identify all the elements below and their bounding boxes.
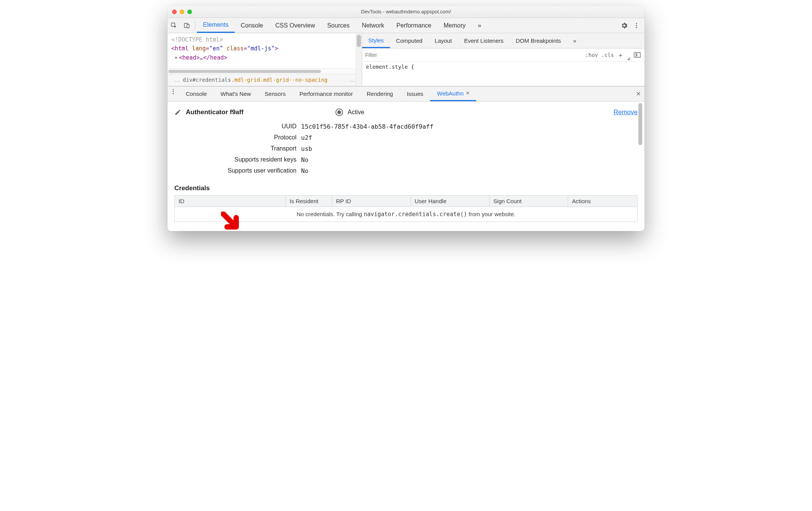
tab-memory[interactable]: Memory: [437, 18, 472, 33]
subtab-label: Styles: [368, 37, 384, 44]
styles-filter-input[interactable]: [362, 50, 582, 60]
cls-toggle[interactable]: .cls: [601, 52, 614, 58]
authenticator-details: UUID 15c01f56-785f-43b4-ab58-4facd60f9af…: [179, 123, 638, 175]
toggle-sidebar-icon[interactable]: [633, 52, 641, 58]
breadcrumb-path[interactable]: div#credentials.mdl-grid.mdl-grid--no-sp…: [183, 77, 327, 83]
window-minimize-button[interactable]: [180, 10, 184, 14]
expand-triangle-icon[interactable]: ▸: [175, 53, 178, 62]
dom-tree[interactable]: <!DOCTYPE html> <html lang="en" class="m…: [168, 33, 362, 68]
svg-point-3: [636, 23, 637, 24]
drawer-tab-whats-new[interactable]: What's New: [214, 87, 258, 101]
kv-key-resident: Supports resident keys: [179, 156, 301, 163]
credentials-table: ID Is Resident RP ID User Handle Sign Co…: [174, 195, 638, 222]
tabs-overflow[interactable]: »: [472, 18, 487, 33]
tab-label: What's New: [221, 91, 251, 97]
tab-label: Console: [186, 91, 207, 97]
tab-label: Performance monitor: [300, 91, 353, 97]
drawer-tab-rendering[interactable]: Rendering: [360, 87, 400, 101]
styles-filter-row: :hov .cls ＋ ◢: [362, 49, 644, 61]
tab-label: Issues: [407, 91, 423, 97]
svg-rect-6: [634, 53, 641, 57]
tab-label: Rendering: [367, 91, 393, 97]
empty-state: No credentials. Try calling navigator.cr…: [175, 207, 638, 222]
drawer-tab-perfmon[interactable]: Performance monitor: [293, 87, 360, 101]
tab-console[interactable]: Console: [235, 18, 269, 33]
dom-tree-pane: <!DOCTYPE html> <html lang="en" class="m…: [168, 33, 362, 86]
elements-panel: <!DOCTYPE html> <html lang="en" class="m…: [168, 33, 644, 86]
kv-val-uuid: 15c01f56-785f-43b4-ab58-4facd60f9aff: [301, 123, 638, 130]
subtab-label: DOM Breakpoints: [516, 37, 561, 44]
svg-point-4: [636, 25, 637, 26]
styles-subtabs: Styles Computed Layout Event Listeners D…: [362, 33, 644, 49]
window-title: DevTools - webauthndemo.appspot.com/: [168, 9, 644, 15]
drawer-more-icon[interactable]: [168, 87, 179, 97]
element-style-rule[interactable]: element.style {: [362, 61, 644, 72]
svg-rect-2: [187, 24, 189, 28]
kv-val-uv: No: [301, 167, 638, 175]
svg-point-8: [173, 89, 174, 90]
active-label: Active: [348, 109, 364, 116]
tab-css-overview[interactable]: CSS Overview: [269, 18, 321, 33]
tab-performance[interactable]: Performance: [390, 18, 438, 33]
tab-sources[interactable]: Sources: [321, 18, 356, 33]
authenticator-name: Authenticator f9aff: [186, 108, 331, 116]
horizontal-scrollbar[interactable]: [168, 68, 362, 74]
more-menu-icon[interactable]: [632, 21, 641, 31]
kv-key-uuid: UUID: [179, 123, 301, 130]
hov-toggle[interactable]: :hov: [585, 52, 598, 58]
drawer-close-icon[interactable]: ×: [636, 87, 641, 101]
window-close-button[interactable]: [172, 10, 177, 14]
svg-point-5: [636, 27, 637, 28]
new-style-rule-icon[interactable]: ＋: [617, 50, 624, 60]
drawer-tab-issues[interactable]: Issues: [400, 87, 430, 101]
edit-pencil-icon[interactable]: [174, 109, 181, 116]
subtab-dom-breakpoints[interactable]: DOM Breakpoints: [510, 33, 567, 48]
dom-html-open: <html lang="en" class="mdl-js">: [171, 45, 278, 52]
svg-point-9: [173, 91, 174, 92]
drawer-tabs: Console What's New Sensors Performance m…: [168, 86, 644, 102]
col-id[interactable]: ID: [175, 195, 286, 207]
vertical-scrollbar[interactable]: [356, 33, 362, 86]
drawer-tab-sensors[interactable]: Sensors: [258, 87, 293, 101]
devtools-toolbar: Elements Console CSS Overview Sources Ne…: [168, 18, 644, 33]
inspect-element-icon[interactable]: [168, 18, 180, 33]
active-radio[interactable]: [335, 108, 343, 116]
kv-key-uv: Supports user verification: [179, 167, 301, 175]
col-actions[interactable]: Actions: [568, 195, 638, 207]
dom-doctype: <!DOCTYPE html>: [171, 36, 223, 43]
drawer-tab-webauthn[interactable]: WebAuthn ×: [430, 87, 476, 101]
tab-label: Sensors: [265, 91, 286, 97]
subtab-layout[interactable]: Layout: [429, 33, 458, 48]
breadcrumb-overflow-left[interactable]: …: [171, 77, 183, 83]
settings-gear-icon[interactable]: [619, 21, 629, 31]
remove-link[interactable]: Remove: [614, 108, 638, 116]
devtools-window: DevTools - webauthndemo.appspot.com/ Ele…: [168, 6, 644, 231]
col-user-handle[interactable]: User Handle: [411, 195, 489, 207]
subtabs-overflow[interactable]: »: [567, 33, 582, 48]
authenticator-header: Authenticator f9aff Active Remove: [174, 108, 638, 116]
empty-code: navigator.credentials.create(): [364, 211, 467, 218]
subtab-label: Layout: [435, 37, 452, 44]
subtab-computed[interactable]: Computed: [390, 33, 429, 48]
subtab-event-listeners[interactable]: Event Listeners: [458, 33, 509, 48]
toolbar-separator: [195, 20, 195, 31]
vertical-scrollbar[interactable]: [638, 102, 643, 231]
kv-val-protocol: u2f: [301, 134, 638, 141]
col-rp-id[interactable]: RP ID: [332, 195, 411, 207]
drawer-tab-console[interactable]: Console: [179, 87, 214, 101]
subtab-label: Event Listeners: [464, 37, 503, 44]
tab-network[interactable]: Network: [356, 18, 390, 33]
tab-label: Elements: [203, 21, 229, 28]
chevron-right-icon: »: [573, 37, 576, 44]
col-is-resident[interactable]: Is Resident: [286, 195, 332, 207]
subtab-styles[interactable]: Styles: [362, 33, 390, 48]
tab-elements[interactable]: Elements: [197, 18, 235, 33]
webauthn-panel: Authenticator f9aff Active Remove UUID 1…: [168, 102, 644, 231]
device-toolbar-icon[interactable]: [180, 18, 193, 33]
tab-label: WebAuthn: [437, 90, 464, 97]
close-tab-icon[interactable]: ×: [466, 90, 469, 96]
dom-head[interactable]: <head>…</head>: [179, 54, 227, 61]
window-zoom-button[interactable]: [187, 10, 192, 14]
col-sign-count[interactable]: Sign Count: [489, 195, 568, 207]
breadcrumb[interactable]: … div#credentials.mdl-grid.mdl-grid--no-…: [168, 74, 362, 86]
